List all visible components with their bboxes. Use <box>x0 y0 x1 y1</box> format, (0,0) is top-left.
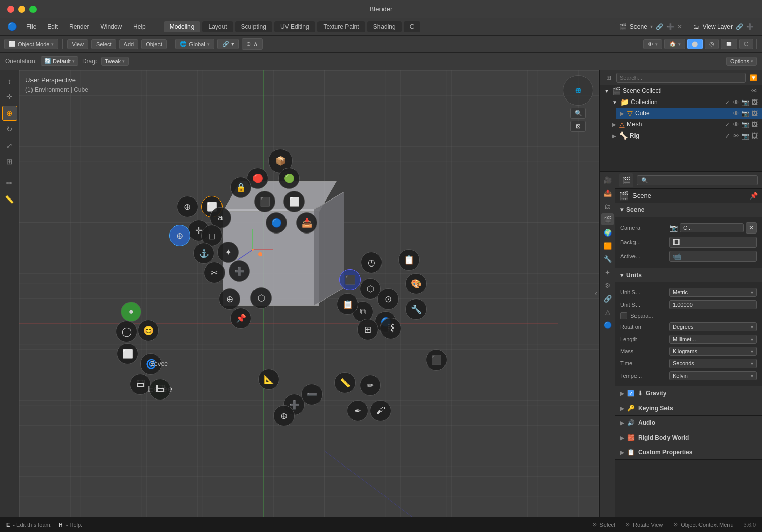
time-value[interactable]: Seconds ▾ <box>669 359 757 368</box>
radial-drop-icon[interactable]: 📥 <box>296 212 318 234</box>
outliner-scene-collection[interactable]: ▼ 🎬 Scene Collecti 👁 <box>600 85 762 96</box>
radial-green-face[interactable]: 😊 <box>138 320 159 341</box>
radial-blue8[interactable]: ⊞ <box>357 319 378 340</box>
scene-pin-icon[interactable]: 📌 <box>750 192 758 200</box>
viewport-gizmo-btn[interactable]: 🏠 ▾ <box>664 39 685 49</box>
radial-circle-outline[interactable]: ◯ <box>116 321 137 342</box>
blender-icon[interactable]: 🔵 <box>4 21 20 32</box>
close-button[interactable] <box>7 6 14 13</box>
props-panel-icon[interactable]: 🎬 <box>619 173 633 187</box>
length-value[interactable]: Millimet... ▾ <box>669 335 757 344</box>
radial-green-circle[interactable]: ● <box>121 302 141 322</box>
radial-crop-icon[interactable]: ✂ <box>204 262 225 283</box>
tool-scale[interactable]: ⤢ <box>2 138 17 153</box>
rig-check[interactable]: ✓ <box>725 132 731 140</box>
radial-bottom4[interactable]: ⊕ <box>273 405 295 426</box>
scene-tab[interactable]: 🎬 <box>601 213 614 225</box>
tool-transform[interactable]: ⊞ <box>2 154 17 170</box>
maximize-button[interactable] <box>29 6 37 13</box>
scene-section-header[interactable]: ▾ Scene <box>615 203 762 217</box>
cube-camera[interactable]: 📷 <box>741 110 749 117</box>
rigid-body-header[interactable]: ▶ 🧱 Rigid Body World <box>615 430 762 445</box>
coll-camera[interactable]: 📷 <box>741 98 749 106</box>
outliner-filter-btn[interactable]: 🔽 <box>748 72 759 83</box>
perspective-btn[interactable]: ⊠ <box>570 121 586 132</box>
unit-scale-value[interactable]: 1.00000 <box>669 300 757 309</box>
tool-cursor[interactable]: ✛ <box>2 89 17 105</box>
units-section-header[interactable]: ▾ Units <box>615 268 762 282</box>
output-tab[interactable]: 📤 <box>601 187 614 199</box>
temperature-value[interactable]: Kelvin ▾ <box>669 371 757 380</box>
world-tab[interactable]: 🌍 <box>601 226 614 239</box>
gravity-section-header[interactable]: ▶ ✓ ⬇ Gravity <box>615 386 762 401</box>
radial-blue2[interactable]: ◷ <box>361 252 382 273</box>
tab-texture-paint[interactable]: Texture Paint <box>318 21 365 32</box>
radial-cursor2-icon[interactable]: ⊕ <box>219 288 240 310</box>
radial-obj2-icon[interactable]: ⬜ <box>283 191 305 212</box>
shading-material[interactable]: ◎ <box>705 39 719 49</box>
props-search-input[interactable] <box>637 175 758 185</box>
radial-sq-icon[interactable]: ⬛ <box>426 349 447 371</box>
coll-check[interactable]: ✓ <box>725 98 731 106</box>
rotation-value[interactable]: Degrees ▾ <box>669 322 757 331</box>
tab-layout[interactable]: Layout <box>202 21 233 32</box>
view-menu[interactable]: View <box>67 39 88 49</box>
radial-bottom1[interactable]: 📐 <box>258 369 279 390</box>
tool-select[interactable]: ↕ <box>2 73 17 88</box>
radial-ruler[interactable]: 📏 <box>334 372 356 393</box>
drag-select[interactable]: Tweak ▾ <box>101 57 129 66</box>
object-menu[interactable]: Object <box>141 39 167 49</box>
particles-tab[interactable]: ✦ <box>601 266 614 278</box>
cube-eye[interactable]: 👁 <box>733 110 739 117</box>
active-value[interactable]: 📹 <box>669 251 757 262</box>
radial-wrench-icon[interactable]: 🔧 <box>405 298 427 320</box>
material-tab[interactable]: 🔵 <box>601 319 614 331</box>
menu-window[interactable]: Window <box>95 21 127 32</box>
radial-list-icon[interactable]: 📋 <box>398 249 420 271</box>
outliner-cube[interactable]: ▶ ▽ Cube 👁 📷 🖼 <box>616 108 762 119</box>
radial-bottom3[interactable]: ➖ <box>301 384 323 405</box>
viewport-overlay-btn[interactable]: 👁 ▾ <box>643 39 662 49</box>
camera-x-btn[interactable]: ✕ <box>746 222 757 234</box>
shading-solid[interactable]: ⬤ <box>687 39 703 49</box>
rig-camera[interactable]: 📷 <box>741 132 749 140</box>
radial-blue9[interactable]: ⛓ <box>380 318 401 339</box>
constraints-tab[interactable]: 🔗 <box>601 292 614 305</box>
menu-file[interactable]: File <box>21 21 41 32</box>
coll-render[interactable]: 🖼 <box>751 98 758 106</box>
viewport[interactable]: User Perspective (1) Environment | Cube … <box>19 70 599 517</box>
radial-star-icon[interactable]: ✦ <box>217 242 239 263</box>
radial-blue1[interactable]: ⬛ <box>339 269 361 290</box>
radial-square-outline[interactable]: ⬜ <box>117 343 138 364</box>
radial-blue7[interactable]: 📋 <box>337 293 358 315</box>
panel-collapse-arrow[interactable]: ‹ <box>595 289 597 297</box>
rig-render[interactable]: 🖼 <box>751 132 758 140</box>
orientation-select[interactable]: 🔄 Default ▾ <box>41 56 78 66</box>
scene-remove-icon[interactable]: ✕ <box>677 23 682 30</box>
radial-blue4[interactable]: ⊙ <box>377 288 399 310</box>
radial-pin-icon[interactable]: 📌 <box>230 308 251 329</box>
radial-sphere-icon[interactable]: 🔵 <box>266 212 287 234</box>
add-menu[interactable]: Add <box>119 39 139 49</box>
mass-value[interactable]: Kilograms ▾ <box>669 347 757 356</box>
viewlayer-link-icon[interactable]: 🔗 <box>736 23 743 30</box>
mesh-camera[interactable]: 📷 <box>741 121 749 128</box>
radial-obj-icon[interactable]: 🟢 <box>278 168 300 189</box>
radial-anchor-icon[interactable]: ⚓ <box>193 243 214 264</box>
radial-cube3-icon[interactable]: ⬡ <box>250 287 272 309</box>
keying-section-header[interactable]: ▶ 🔑 Keying Sets <box>615 401 762 415</box>
scene-dropdown-btn[interactable]: ▾ <box>650 24 653 29</box>
minimize-button[interactable] <box>18 6 25 13</box>
tool-move[interactable]: ⊕ <box>2 106 17 121</box>
tab-modeling[interactable]: Modeling <box>164 21 201 32</box>
menu-help[interactable]: Help <box>128 21 151 32</box>
nav-gizmo[interactable]: 🌐 🔍 ⊠ <box>563 75 593 132</box>
physics-tab[interactable]: ⚙ <box>601 279 614 291</box>
background-value[interactable]: 🎞 <box>669 237 757 248</box>
render-tab[interactable]: 🎥 <box>601 174 614 186</box>
options-btn[interactable]: Options ▾ <box>726 57 757 66</box>
tool-rotate[interactable]: ↻ <box>2 122 17 137</box>
mesh-render[interactable]: 🖼 <box>751 121 758 128</box>
tab-uv-editing[interactable]: UV Editing <box>274 21 315 32</box>
tab-c[interactable]: C <box>404 21 421 32</box>
